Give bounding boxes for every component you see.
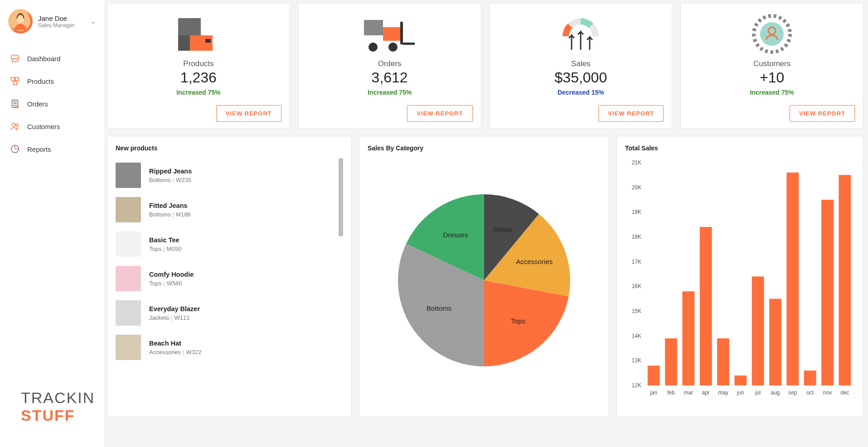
stat-card-trend: Increased 75% <box>176 89 220 96</box>
product-meta: Tops|W580 <box>149 280 194 287</box>
stat-card-products: Products 1,236 Increased 75% VIEW REPORT <box>107 3 290 129</box>
svg-rect-16 <box>400 22 403 44</box>
panel-total-sales: Total Sales 12K13K14K15K16K17K18K19K20K2… <box>616 136 863 417</box>
list-item[interactable]: Ripped JeansBottoms|W235 <box>116 158 338 192</box>
stat-card-sales: Sales $35,000 Decreased 15% VIEW REPORT <box>490 3 673 129</box>
stat-card-value: 3,612 <box>372 69 408 86</box>
panel-title: New products <box>116 144 343 152</box>
stat-card-label: Orders <box>378 59 402 68</box>
stat-card-orders: Orders 3,612 Increased 75% VIEW REPORT <box>298 3 481 129</box>
svg-rect-13 <box>205 39 211 43</box>
list-item[interactable]: Comfy HoodieTops|W580 <box>116 261 338 296</box>
svg-rect-10 <box>178 18 201 35</box>
svg-point-18 <box>388 43 398 52</box>
panel-new-products: New products Ripped JeansBottoms|W235Fit… <box>107 136 352 417</box>
bar[interactable] <box>839 175 851 385</box>
svg-rect-15 <box>383 27 400 41</box>
stat-card-trend: Increased 75% <box>368 89 412 96</box>
product-thumb <box>116 197 141 222</box>
stat-card-label: Sales <box>571 59 591 68</box>
bar[interactable] <box>665 338 677 385</box>
users-icon <box>10 121 20 131</box>
product-thumb <box>116 231 141 257</box>
x-tick-label: dec <box>840 389 849 396</box>
product-info: Everyday BlazerJackets|W111 <box>149 305 200 321</box>
list-item[interactable]: Fitted JeansBottoms|M188 <box>116 192 338 227</box>
list-item[interactable]: Beach HatAccessories|W322 <box>116 330 338 365</box>
svg-point-8 <box>16 124 19 127</box>
view-report-button[interactable]: VIEW REPORT <box>790 105 855 122</box>
user-gear-icon <box>749 11 795 57</box>
nav: Dashboard Products Orders Customers <box>0 47 104 160</box>
avatar <box>8 9 33 34</box>
bar[interactable] <box>717 338 729 385</box>
y-tick-label: 17K <box>632 259 641 265</box>
product-name: Everyday Blazer <box>149 305 200 312</box>
stat-card-trend: Decreased 15% <box>558 89 604 96</box>
user-profile[interactable]: Jane Doe Sales Manager ⌄ <box>0 9 104 43</box>
y-tick-label: 15K <box>632 308 641 314</box>
product-info: Fitted JeansBottoms|M188 <box>149 202 191 218</box>
bar[interactable] <box>752 276 764 385</box>
bar[interactable] <box>734 375 747 385</box>
sidebar-item-products[interactable]: Products <box>0 70 104 92</box>
bar[interactable] <box>786 173 799 385</box>
x-tick-label: sep <box>788 389 797 396</box>
view-report-button[interactable]: VIEW REPORT <box>598 105 664 122</box>
boxes-icon <box>10 76 20 86</box>
svg-rect-14 <box>364 20 383 35</box>
chevron-down-icon[interactable]: ⌄ <box>91 18 96 25</box>
bar[interactable] <box>821 200 834 385</box>
product-name: Fitted Jeans <box>149 202 191 209</box>
product-meta: Tops|M050 <box>149 245 181 252</box>
y-tick-label: 19K <box>632 209 641 215</box>
panels-row: New products Ripped JeansBottoms|W235Fit… <box>107 136 863 417</box>
svg-rect-11 <box>190 35 213 51</box>
product-thumb <box>116 266 141 291</box>
product-info: Basic TeeTops|M050 <box>149 236 181 252</box>
product-meta: Jackets|W111 <box>149 314 200 321</box>
stat-cards-row: Products 1,236 Increased 75% VIEW REPORT… <box>107 3 863 129</box>
user-role: Sales Manager <box>38 22 85 29</box>
y-tick-label: 20K <box>632 184 641 191</box>
sidebar-item-dashboard[interactable]: Dashboard <box>0 47 104 70</box>
x-tick-label: jul <box>755 389 761 396</box>
y-tick-label: 14K <box>632 333 641 339</box>
products-icon <box>174 11 223 57</box>
product-thumb <box>116 163 141 188</box>
scrollbar[interactable] <box>339 158 343 236</box>
product-meta: Accessories|W322 <box>149 349 201 356</box>
product-thumb <box>116 335 141 360</box>
stat-card-trend: Increased 75% <box>750 89 794 96</box>
list-item[interactable]: Everyday BlazerJackets|W111 <box>116 296 338 330</box>
sidebar-item-label: Reports <box>27 145 51 153</box>
product-name: Beach Hat <box>149 340 201 347</box>
storefront-icon <box>10 53 20 63</box>
list-item[interactable]: Basic TeeTops|M050 <box>116 227 338 261</box>
y-tick-label: 16K <box>632 283 641 289</box>
x-tick-label: jan <box>650 389 657 396</box>
bar[interactable] <box>700 227 712 385</box>
x-tick-label: may <box>718 389 728 396</box>
main-content: Products 1,236 Increased 75% VIEW REPORT… <box>104 0 868 447</box>
sidebar-item-reports[interactable]: Reports <box>0 138 104 160</box>
pie-label: Tops <box>511 317 525 325</box>
bar[interactable] <box>769 299 781 385</box>
bar[interactable] <box>682 291 694 385</box>
svg-point-1 <box>17 16 24 24</box>
svg-rect-2 <box>11 77 15 81</box>
bar[interactable] <box>648 365 660 385</box>
forklift-icon <box>360 11 419 57</box>
view-report-button[interactable]: VIEW REPORT <box>407 105 472 122</box>
sidebar-item-label: Products <box>27 77 54 85</box>
product-info: Comfy HoodieTops|W580 <box>149 271 194 287</box>
product-list[interactable]: Ripped JeansBottoms|W235Fitted JeansBott… <box>116 158 343 365</box>
stat-card-label: Products <box>183 59 213 68</box>
bar-chart: 12K13K14K15K16K17K18K19K20K21Kjanfebmara… <box>625 158 855 403</box>
product-info: Ripped JeansBottoms|W235 <box>149 168 192 183</box>
bar[interactable] <box>804 370 816 385</box>
sidebar-item-customers[interactable]: Customers <box>0 115 104 138</box>
sidebar-item-orders[interactable]: Orders <box>0 92 104 115</box>
view-report-button[interactable]: VIEW REPORT <box>216 105 281 122</box>
product-info: Beach HatAccessories|W322 <box>149 340 201 356</box>
